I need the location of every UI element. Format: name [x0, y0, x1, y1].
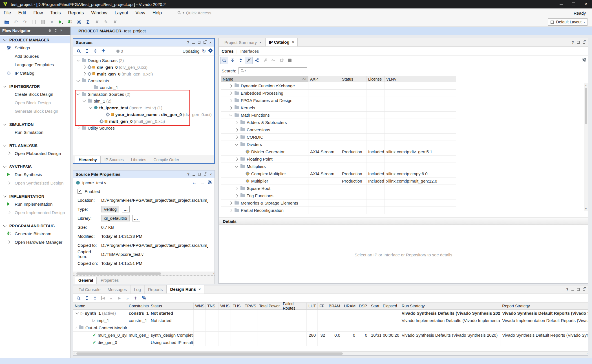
subtab-cores[interactable]: Cores — [222, 49, 234, 54]
flow-item-create-block-design[interactable]: Create Block Design — [0, 90, 70, 98]
column-header-tpws[interactable]: TPWS — [243, 303, 257, 309]
menu-item-file[interactable]: File — [0, 10, 15, 15]
tab-log[interactable]: Log — [131, 285, 145, 294]
float-panel-icon[interactable] — [583, 288, 585, 291]
tree-row[interactable]: sim_1 (2) — [73, 97, 214, 104]
type-combo[interactable]: Verilog — [101, 206, 119, 212]
ip-row-dividers[interactable]: Dividers — [221, 141, 456, 148]
tab-design-runs[interactable]: Design Runs× — [166, 285, 204, 294]
run-row-impl-1[interactable]: ▷impl_1constrs_1Not startedVivado Implem… — [73, 317, 588, 324]
column-header-status[interactable]: Status — [149, 303, 194, 309]
open-file-icon[interactable] — [2, 18, 11, 26]
ip-row-fpga-features-and-design[interactable]: FPGA Features and Design — [221, 97, 456, 104]
tab-tcl-console[interactable]: Tcl Console — [75, 285, 104, 294]
ip-row-trig-functions[interactable]: Trig Functions — [221, 192, 456, 199]
menu-item-view[interactable]: View — [132, 10, 149, 15]
play-icon[interactable]: ▶ — [116, 295, 123, 301]
gear-icon[interactable] — [582, 58, 586, 63]
flow-item-open-elaborated-design[interactable]: Open Elaborated Design — [0, 149, 70, 157]
tree-row[interactable]: tb_ipcore_test (ipcore_test.v) (1) — [73, 104, 214, 111]
flow-item-generate-bitstream[interactable]: 0110Generate Bitstream — [0, 229, 70, 238]
column-header-axi4[interactable]: AXI4 — [308, 76, 340, 82]
column-header-wns[interactable]: WNS — [194, 303, 206, 309]
tree-row[interactable]: Design Sources (2) — [73, 57, 214, 64]
column-header-bram[interactable]: BRAM — [327, 303, 342, 309]
flow-section-header-0[interactable]: PROJECT MANAGER — [0, 36, 70, 43]
maximize-icon[interactable] — [567, 0, 580, 8]
ip-row-conversions[interactable]: Conversions — [221, 126, 456, 134]
edit-icon[interactable]: ✎ — [101, 18, 111, 26]
enabled-checkbox-row[interactable]: ✔Enabled — [73, 187, 215, 196]
menu-item-edit[interactable]: Edit — [15, 10, 30, 15]
help-icon[interactable]: ? — [187, 40, 189, 45]
first-icon[interactable]: ◀ — [99, 295, 107, 301]
close-panel-icon[interactable]: × — [209, 172, 212, 176]
menu-item-reports[interactable]: Reports — [65, 10, 88, 15]
add-sources-icon[interactable]: + — [100, 48, 107, 54]
minimize-panel-icon[interactable]: — — [65, 29, 68, 33]
column-header-constraints[interactable]: Constraints — [127, 303, 149, 309]
ip-row-partial-reconfiguration[interactable]: Partial Reconfiguration — [221, 207, 456, 214]
maximize-panel-icon[interactable] — [198, 173, 201, 176]
horizontal-scrollbar[interactable]: ‹› — [73, 272, 215, 275]
ip-row-multipliers[interactable]: Multipliers — [221, 163, 456, 170]
expand-icon[interactable] — [91, 295, 99, 301]
ip-row-complex-multiplier[interactable]: Complex MultiplierAXI4-StreamProductionI… — [221, 170, 456, 177]
run-icon[interactable]: ▾ — [56, 18, 65, 26]
column-header-name[interactable]: Name1 — [221, 76, 308, 82]
ip-row-square-root[interactable]: Square Root — [221, 185, 456, 192]
flow-item-run-implementation[interactable]: Run Implementation — [0, 200, 70, 208]
layout-selector[interactable]: Default Layout ▾ — [548, 18, 587, 26]
column-header-status[interactable]: Status — [340, 76, 366, 82]
cancel-icon[interactable]: ✘ — [111, 18, 120, 26]
menu-item-tools[interactable]: Tools — [47, 10, 64, 15]
collapse-all-icon[interactable] — [83, 48, 91, 54]
prev-icon[interactable]: « — [107, 295, 115, 301]
flow-item-settings[interactable]: Settings — [0, 43, 70, 52]
flow-item-add-sources[interactable]: Add Sources — [0, 52, 70, 60]
help-icon[interactable]: ? — [572, 40, 574, 45]
menu-item-window[interactable]: Window — [88, 10, 111, 15]
menu-item-layout[interactable]: Layout — [111, 10, 132, 15]
tree-row[interactable]: your_instance_name : div_gen_0 (div_gen_… — [73, 111, 214, 118]
float-panel-icon[interactable] — [583, 41, 585, 44]
enabled-checkbox[interactable]: ✔ — [78, 189, 82, 194]
run-row-mult-gen-0-synth-1[interactable]: ✓mult_gen_0_synth_1mult_gen_0synth_desig… — [73, 332, 588, 339]
ip-row-adders-subtracters[interactable]: Adders & Subtracters — [221, 119, 456, 126]
tree-row[interactable]: mult_gen_0 (mult_gen_0.xci) — [73, 70, 214, 77]
sum-icon[interactable]: Σ — [83, 18, 92, 26]
add-icon[interactable]: + — [132, 295, 140, 301]
help-icon[interactable]: ? — [187, 172, 189, 176]
column-header-tns[interactable]: TNS — [206, 303, 218, 309]
minimize-panel-icon[interactable] — [192, 41, 195, 44]
expand-icon[interactable] — [237, 57, 244, 64]
column-header-whs[interactable]: WHS — [218, 303, 231, 309]
browse-button[interactable]: … — [132, 215, 140, 221]
sfp-panel-header[interactable]: Source File Properties ?× — [73, 170, 215, 178]
flow-item-run-synthesis[interactable]: Run Synthesis — [0, 170, 70, 179]
help-icon[interactable]: ? — [60, 29, 62, 33]
column-header-ff[interactable]: FF — [318, 303, 327, 309]
flow-item-open-hardware-manager[interactable]: Open Hardware Manager — [0, 238, 70, 246]
close-tab-icon[interactable]: × — [198, 287, 201, 291]
help-icon[interactable]: ? — [566, 287, 568, 292]
next-icon[interactable]: » — [124, 295, 131, 301]
tab-hierarchy[interactable]: Hierarchy — [75, 156, 101, 163]
customize-wrench-icon[interactable] — [261, 57, 269, 64]
tab-ip-catalog[interactable]: IP Catalog× — [265, 38, 298, 46]
flow-item-open-implemented-design[interactable]: Open Implemented Design — [0, 208, 70, 217]
tab-libraries[interactable]: Libraries — [128, 156, 150, 163]
tree-row[interactable]: div_gen_0 (div_gen_0.xci) — [73, 64, 214, 70]
quick-access-search[interactable]: ▾ Quick Access — [177, 10, 222, 16]
ip-row-math-functions[interactable]: Math Functions — [221, 112, 456, 119]
copy-icon[interactable] — [29, 18, 38, 26]
close-tab-icon[interactable]: × — [259, 41, 262, 44]
ip-row-kernels[interactable]: Kernels — [221, 104, 456, 112]
tab-messages[interactable]: Messages — [104, 285, 131, 294]
browse-button[interactable]: … — [122, 206, 130, 212]
flow-section-header-1[interactable]: IP INTEGRATOR — [0, 83, 70, 90]
details-square-icon[interactable] — [286, 57, 293, 64]
tree-row[interactable]: constrs_1 — [73, 84, 214, 91]
paste-icon[interactable] — [38, 18, 47, 26]
gear-icon[interactable] — [208, 180, 212, 185]
